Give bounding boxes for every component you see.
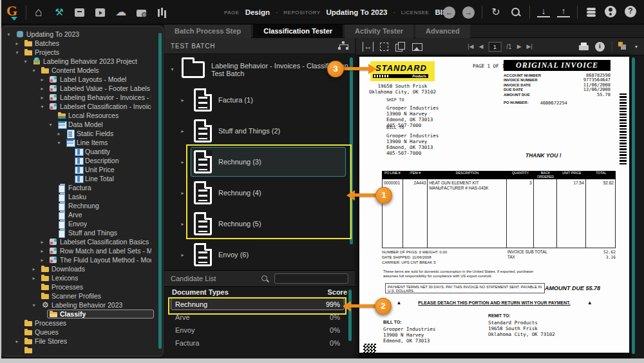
doc-type-row-factura[interactable]: Factura0% (171, 337, 345, 349)
tree-item-batches[interactable]: ▸Batches (3, 39, 158, 48)
marquee-select-icon[interactable] (380, 43, 388, 51)
repository-value[interactable]: Updating To 2023 (327, 8, 388, 16)
tree-expand-arrow-icon[interactable]: ▸ (39, 77, 45, 83)
expand-arrow-icon[interactable]: ▸ (180, 252, 185, 258)
page-value[interactable]: Design (245, 8, 270, 16)
tree-item-labeling-behavior-invoices-model[interactable]: ▸Labeling Behavior - Invoices - Model (3, 93, 158, 102)
info-icon[interactable] (595, 42, 606, 52)
document-types-scrollbar[interactable] (348, 289, 352, 341)
tree-item-data-model[interactable]: ▾Data Model (3, 120, 158, 129)
document-row-envoy-6[interactable]: ▸Envoy (6) (164, 239, 355, 270)
tree-item-lexicons[interactable]: ▸Lexicons (3, 273, 158, 282)
stats-icon[interactable] (156, 6, 169, 19)
tree-item-quantity[interactable]: Quantity (3, 147, 158, 156)
tree-item-updating-to-2023[interactable]: ▾Updating To 2023 (3, 30, 158, 39)
tree-collapse-arrow-icon[interactable]: ▾ (39, 104, 45, 110)
media-icon[interactable] (94, 6, 107, 19)
image-view-icon[interactable] (412, 43, 422, 51)
grooper-logo-icon[interactable]: G (6, 3, 22, 22)
tree-item-scanner-profiles[interactable]: Scanner Profiles (3, 291, 158, 300)
doc-type-row-arve[interactable]: Arve0% (171, 311, 345, 323)
tree-item-classify[interactable]: Classify (3, 309, 158, 319)
tree-expand-arrow-icon[interactable]: ▸ (31, 275, 37, 281)
tree-item-item[interactable] (3, 346, 158, 355)
search-icon[interactable] (509, 6, 522, 19)
tree-expand-arrow-icon[interactable]: ▸ (39, 239, 45, 245)
page-number-input[interactable] (488, 42, 501, 52)
candidate-search-input[interactable] (274, 273, 348, 284)
previous-page-button[interactable]: ◀ (478, 43, 483, 50)
tree-expand-arrow-icon[interactable]: ▸ (56, 131, 62, 137)
document-row-rechnung-3[interactable]: ▸Rechnung (3) (164, 146, 355, 177)
tree-item-processes[interactable]: Processes (3, 282, 158, 291)
tree-item-labelset-classification-invoices-mode[interactable]: ▾Labelset Classification - Invoices - Mo… (3, 102, 158, 111)
fit-width-icon[interactable]: ↔ (363, 42, 374, 52)
back-button[interactable]: ← (443, 6, 455, 19)
tree-item-file-stores[interactable]: ▸File Stores (3, 337, 158, 346)
tree-item-rechnung[interactable]: Rechnung (3, 201, 158, 210)
tree-item-line-total[interactable]: Line Total (3, 174, 158, 183)
first-page-button[interactable]: |◀ (468, 43, 473, 50)
expand-arrow-icon[interactable]: ▸ (180, 159, 185, 165)
viewer-scrollbar[interactable] (632, 57, 635, 354)
print-icon[interactable] (578, 42, 589, 52)
tab-activity-tester[interactable]: Activity Tester (345, 25, 413, 38)
tree-collapse-arrow-icon[interactable]: ▾ (56, 140, 62, 146)
sidebar-scrollbar[interactable] (158, 33, 162, 349)
invoice-page[interactable]: STANDARD Products 19658 South FriskOklah… (359, 57, 629, 358)
hierarchy-view-icon[interactable] (338, 41, 348, 50)
tree-item-content-models[interactable]: ▾Content Models (3, 66, 158, 75)
refresh-icon[interactable]: ↻ (489, 6, 502, 19)
pages-icon[interactable] (395, 42, 406, 52)
tree-expand-arrow-icon[interactable]: ▸ (14, 338, 20, 344)
document-row-rechnung-5[interactable]: ▸Rechnung (5) (164, 208, 355, 239)
expand-arrow-icon[interactable]: ▸ (180, 221, 185, 227)
tab-classification-tester[interactable]: Classification Tester (253, 25, 343, 38)
user-account-icon[interactable] (605, 6, 618, 19)
tab-batch-process-step[interactable]: Batch Process Step (164, 25, 251, 38)
tree-item-arve[interactable]: Arve (3, 210, 158, 219)
document-row-stuff-and-things-2[interactable]: ▸Stuff and Things (2) (164, 115, 355, 146)
document-row-rechnung-4[interactable]: ▸Rechnung (4) (164, 177, 355, 208)
tree-collapse-arrow-icon[interactable]: ▾ (31, 68, 37, 74)
tree-item-queues[interactable]: Queues (3, 328, 158, 337)
last-page-button[interactable]: ▶| (527, 43, 533, 50)
document-row-factura-1[interactable]: ▸Factura (1) (164, 84, 355, 115)
tree-item-label-layouts-model[interactable]: ▸Label Layouts - Model (3, 75, 158, 84)
download-icon[interactable]: ↓ (537, 6, 550, 19)
database-icon[interactable] (585, 6, 598, 19)
tree-item-envoy[interactable]: Envoy (3, 219, 158, 228)
tree-item-description[interactable]: Description (3, 156, 158, 165)
tab-advanced[interactable]: Advanced (415, 25, 470, 38)
cloud-icon[interactable]: ☁ (115, 6, 128, 19)
document-list-scrollbar[interactable] (350, 57, 353, 244)
batch-folder-row[interactable]: ▾ Labeling Behavior - Invoices - Classif… (164, 54, 355, 84)
tree-item-labeling-behavior-2023-project[interactable]: ▾Labeling Behavior 2023 Project (3, 57, 158, 66)
tree-item-projects[interactable]: ▾Projects (3, 48, 158, 57)
batch-icon[interactable] (73, 6, 86, 19)
tree-expand-arrow-icon[interactable]: ▸ (39, 257, 45, 263)
tree-item-local-resources[interactable]: Local Resources (3, 111, 158, 120)
tree-item-downloads[interactable]: ▸Downloads (3, 264, 158, 273)
tree-item-labelset-classification-basics-model[interactable]: ▸Labelset Classification Basics - Model (3, 237, 158, 246)
upload-icon[interactable]: ↑ (557, 6, 570, 19)
forward-button[interactable]: → (462, 6, 475, 19)
tree-item-factura[interactable]: Factura (3, 183, 158, 192)
layers-icon[interactable] (618, 42, 629, 52)
tree-item-line-items[interactable]: ▾Line Items (3, 138, 158, 147)
tree-item-lasku[interactable]: Lasku (3, 192, 158, 201)
tree-item-the-fluid-layout-method-model[interactable]: ▸The Fluid Layout Method - Model (3, 255, 158, 264)
tree-item-labeled-value-footer-labels-model[interactable]: ▸Labeled Value - Footer Labels - Model (3, 84, 158, 93)
tree-expand-arrow-icon[interactable]: ▸ (39, 95, 45, 101)
jobs-icon[interactable] (135, 6, 148, 19)
tree-item-row-match-and-label-sets-model[interactable]: ▸Row Match and Label Sets - Model (3, 246, 158, 255)
expand-arrow-icon[interactable]: ▸ (180, 128, 185, 134)
tree-collapse-arrow-icon[interactable]: ▾ (48, 122, 53, 128)
tree-item-stuff-and-things[interactable]: Stuff and Things (3, 228, 158, 237)
doc-type-row-rechnung[interactable]: Rechnung99% (171, 298, 345, 310)
tree-item-static-fields[interactable]: ▸Static Fields (3, 129, 158, 138)
tree-expand-arrow-icon[interactable]: ▸ (31, 266, 37, 272)
help-icon[interactable] (625, 6, 638, 19)
tree-collapse-arrow-icon[interactable]: ▾ (31, 302, 37, 308)
tree-expand-arrow-icon[interactable]: ▸ (39, 248, 45, 254)
